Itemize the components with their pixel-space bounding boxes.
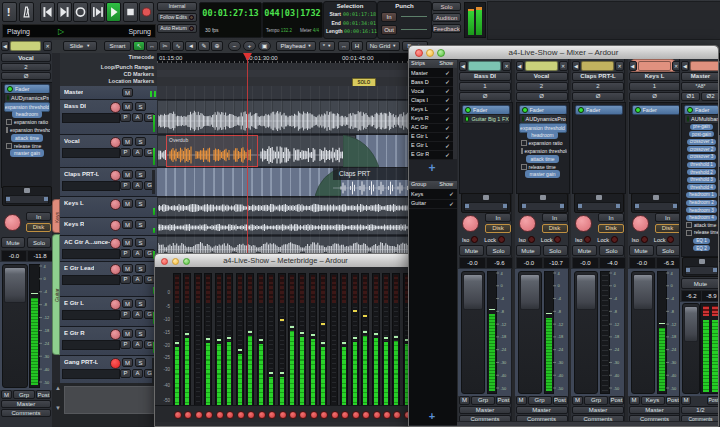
strip-row-check[interactable]: ✓ <box>445 115 450 122</box>
track-name-entry[interactable] <box>62 275 120 285</box>
track-mute-button[interactable]: M <box>122 199 133 208</box>
strip-input-button[interactable]: *A8* <box>681 82 718 91</box>
output-button[interactable]: Master <box>572 406 624 414</box>
track-name-entry[interactable] <box>62 340 120 350</box>
plugin-control-1[interactable]: post-gain <box>684 131 718 138</box>
bridge-rec-button[interactable] <box>331 411 339 419</box>
processor-box[interactable]: Fader <box>629 102 683 194</box>
control-label[interactable]: threshold 1 <box>687 162 716 168</box>
control-label[interactable]: threshold 4 <box>687 184 716 190</box>
control-label[interactable]: pre-gain <box>690 124 713 130</box>
solo-lock-led[interactable] <box>554 236 561 243</box>
plugin-control-15[interactable]: EQ 1 <box>684 237 718 244</box>
mute-button[interactable]: Mute <box>459 245 484 256</box>
panner-track[interactable] <box>5 195 49 204</box>
gain-fader[interactable] <box>461 271 485 394</box>
plugin-control-6[interactable]: master gain <box>4 149 50 157</box>
record-enable-button[interactable] <box>110 329 121 340</box>
strip-hide-button[interactable]: ✕ <box>43 41 52 51</box>
ruler-label-loop-punch-ranges[interactable]: Loop/Punch Ranges <box>101 64 154 70</box>
toggle-auto-return[interactable]: Auto Return <box>157 24 197 33</box>
strip-phase-button[interactable]: Ø <box>629 92 681 101</box>
add-strip-button[interactable]: + <box>425 163 439 174</box>
strip-hide-button[interactable]: ✕ <box>502 61 511 71</box>
bridge-rec-button[interactable] <box>205 411 213 419</box>
strip-name-button[interactable]: Bass DI <box>459 72 511 81</box>
groups-table-row[interactable]: Guitar✓ <box>409 199 457 210</box>
toggle-internal[interactable]: Internal <box>157 2 197 11</box>
bridge-rec-button[interactable] <box>299 411 307 419</box>
ruler-label-timecode[interactable]: Timecode <box>128 54 154 60</box>
plugin-control-3[interactable]: expansion threshold <box>4 126 50 134</box>
transport-goto-end-button[interactable] <box>57 2 72 22</box>
track-header[interactable]: MasterM <box>60 86 157 100</box>
monitor-disk-button[interactable]: Disk <box>26 223 51 233</box>
plugin-control-13[interactable]: attack time <box>684 222 718 229</box>
metering-point-button[interactable]: Post <box>609 396 624 405</box>
track-mute-button[interactable]: M <box>122 238 133 247</box>
output-button[interactable]: Master <box>516 406 568 414</box>
strip-name-button[interactable]: Keys L <box>629 72 681 81</box>
strip-input-button[interactable]: 2 <box>1 63 51 71</box>
strip-row-check[interactable]: ✓ <box>445 142 450 149</box>
transport-midi-panic-button[interactable]: ! <box>2 2 17 22</box>
track-mute-button[interactable]: M <box>122 220 133 229</box>
solo-iso-led[interactable] <box>471 236 478 243</box>
monitor-input-button[interactable]: In <box>655 213 681 222</box>
control-label[interactable]: crossover 3 <box>687 154 717 160</box>
record-enable-button[interactable] <box>632 215 649 232</box>
transport-metronome-button[interactable] <box>19 2 34 22</box>
plugin-control-4[interactable]: crossover 3 <box>684 153 718 160</box>
group-button[interactable]: Grp <box>13 390 35 399</box>
mouse-mode-range-button[interactable]: ↔ <box>146 41 158 51</box>
track-name-entry[interactable] <box>62 249 120 259</box>
summary-scroll-up-icon[interactable]: ▲ <box>55 385 61 391</box>
control-label[interactable]: headroom 1 <box>686 192 717 198</box>
record-enable-button[interactable] <box>519 215 536 232</box>
feedback-button[interactable]: Feedback <box>432 24 461 33</box>
comments-button[interactable]: Comments <box>1 409 51 417</box>
control-label[interactable]: threshold 2 <box>687 169 716 175</box>
strip-hide-button[interactable]: ✕ <box>559 61 568 71</box>
bridge-rec-button[interactable] <box>341 411 349 419</box>
panner-track[interactable] <box>634 202 678 211</box>
record-enable-button[interactable] <box>575 215 592 232</box>
vca-button[interactable]: M <box>516 396 527 405</box>
panner-handle[interactable] <box>24 188 30 193</box>
gain-fader-handle[interactable] <box>576 274 596 310</box>
track-header[interactable]: VocalMSPAG <box>60 135 157 168</box>
processor-box[interactable]: FaderAUDynamicsProexpansion thresholdhea… <box>1 82 53 188</box>
group-button[interactable]: Keys <box>641 396 665 405</box>
strip-name-button[interactable]: Vocal <box>516 72 568 81</box>
processor-box[interactable]: Fader <box>572 102 626 194</box>
gain-fader-handle[interactable] <box>633 274 653 310</box>
strip-input-button[interactable]: 1 <box>459 82 511 91</box>
output-button[interactable]: Master <box>1 400 51 408</box>
plugin-control-6[interactable]: master gain <box>519 170 567 178</box>
solo-lock-led[interactable] <box>611 236 618 243</box>
record-enable-button[interactable] <box>110 199 121 210</box>
track-playlist-button[interactable]: P <box>120 275 131 284</box>
group-button[interactable]: Grp <box>471 396 495 405</box>
bridge-rec-button[interactable] <box>373 411 381 419</box>
track-name-entry[interactable] <box>62 181 120 191</box>
processor-led[interactable] <box>578 107 584 113</box>
processor-led[interactable] <box>522 107 528 113</box>
zoom-minus-button[interactable]: − <box>228 41 241 51</box>
track-header[interactable]: E Gtr LMSPAG <box>60 297 157 327</box>
bridge-rec-button[interactable] <box>352 411 360 419</box>
mouse-mode-zoom-button[interactable]: ⊕ <box>211 41 223 51</box>
plugin-control-12[interactable]: headroom 4 <box>684 214 718 221</box>
strip-color-swatch[interactable] <box>638 61 671 71</box>
transport-loop-button[interactable] <box>73 2 88 22</box>
strip-phase-button[interactable]: Ø1 <box>681 92 700 101</box>
mouse-mode-grab-button[interactable]: ↖ <box>133 41 145 51</box>
group-tab-guitar[interactable]: Guitar <box>52 234 60 355</box>
strip-color-swatch[interactable] <box>525 61 558 71</box>
record-enable-button[interactable] <box>110 102 121 113</box>
bridge-rec-button[interactable] <box>393 411 401 419</box>
vca-button[interactable]: M <box>681 396 691 405</box>
record-enable-button[interactable] <box>462 215 479 232</box>
monitor-disk-button[interactable]: Disk <box>485 224 511 234</box>
control-label[interactable]: crossover 1 <box>687 139 717 145</box>
